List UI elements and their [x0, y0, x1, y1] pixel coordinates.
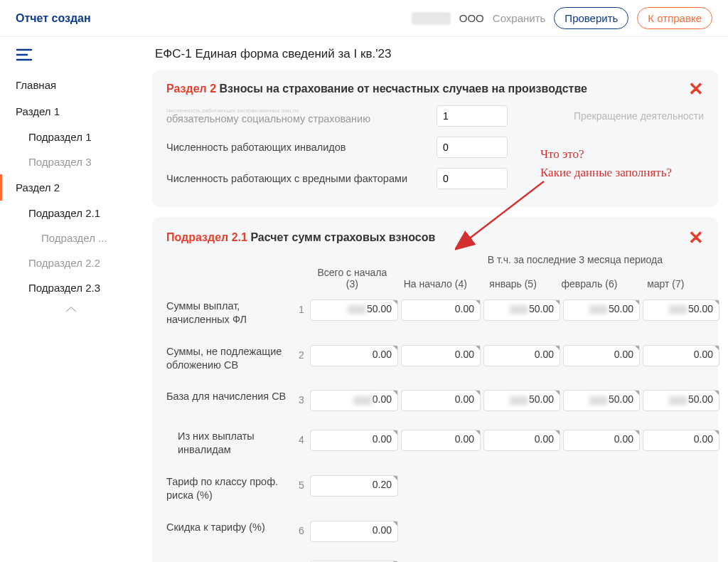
- row-number: 6: [294, 521, 309, 536]
- col-total: Всего с начала (3): [309, 267, 396, 290]
- amount-input[interactable]: 0.00: [643, 345, 719, 366]
- section-2-title: Раздел 2 Взносы на страхование от несчас…: [166, 83, 587, 95]
- amount-input[interactable]: 50.00: [643, 390, 719, 411]
- nav-sub-2-3[interactable]: Подраздел 2.3: [0, 275, 142, 300]
- months-subheader: В т.ч. за последние 3 месяца периода: [166, 254, 704, 265]
- nav-sub-2-2[interactable]: Подраздел 2.2: [0, 250, 142, 275]
- table-row: База для начисления СВ30.000.0050.0050.0…: [166, 384, 704, 424]
- nav-section-2[interactable]: Раздел 2: [0, 174, 142, 201]
- col-jan: январь (5): [475, 278, 551, 290]
- amount-input[interactable]: 0.00: [401, 299, 481, 321]
- subsection-2-1-card: Подраздел 2.1 Расчет сумм страховых взно…: [152, 217, 718, 562]
- amount-input[interactable]: 0.00: [310, 345, 398, 366]
- amount-input[interactable]: 0.20: [310, 475, 398, 497]
- insured-count-label: Численность работающих застрахованных ли…: [166, 107, 437, 124]
- amount-input[interactable]: 0.00: [401, 430, 481, 451]
- harmful-count-input[interactable]: [437, 168, 508, 189]
- org-type: ООО: [459, 12, 484, 24]
- row-label: Суммы, не подлежащие обложению СВ: [166, 345, 294, 372]
- disabled-count-label: Численность работающих инвалидов: [166, 142, 437, 153]
- nav-sub-2-1[interactable]: Подраздел 2.1: [0, 201, 142, 226]
- row-label: База для начисления СВ: [166, 390, 294, 403]
- main-content: ЕФС-1 Единая форма сведений за I кв.'23 …: [142, 37, 728, 562]
- org-name-blurred: [412, 12, 451, 25]
- row-number: 2: [294, 345, 309, 361]
- row-label: Тариф по классу проф. риска (%): [166, 475, 294, 502]
- table-row: Из них выплаты инвалидам40.000.000.000.0…: [166, 424, 704, 470]
- amount-input[interactable]: 0.00: [483, 345, 560, 366]
- cessation-option: Прекращение деятельности: [574, 110, 704, 122]
- header-title: Отчет создан: [16, 12, 91, 25]
- table-row: Надбавка к тарифу (%)70.00: [166, 555, 704, 562]
- amount-input[interactable]: 50.00: [563, 390, 640, 411]
- menu-toggle-icon[interactable]: [0, 43, 142, 72]
- save-link[interactable]: Сохранить: [493, 12, 546, 24]
- amount-input[interactable]: 0.00: [401, 345, 481, 366]
- check-button[interactable]: Проверить: [554, 7, 628, 29]
- harmful-count-label: Численность работающих с вредными фактор…: [166, 173, 437, 184]
- table-row: Суммы, не подлежащие обложению СВ20.000.…: [166, 339, 704, 385]
- amount-input[interactable]: 0.00: [310, 430, 398, 451]
- top-header: Отчет создан ООО Сохранить Проверить К о…: [0, 0, 728, 37]
- amount-input[interactable]: 0.00: [563, 345, 640, 366]
- row-label: Суммы выплат, начисленных ФЛ: [166, 299, 294, 327]
- row-number: 3: [294, 390, 309, 405]
- close-icon[interactable]: ✕: [688, 228, 704, 247]
- amount-input[interactable]: 50.00: [643, 299, 719, 321]
- row-number: 1: [294, 299, 309, 315]
- amount-input[interactable]: 0.00: [563, 430, 640, 451]
- amount-input[interactable]: 0.00: [310, 521, 398, 542]
- amount-input[interactable]: 50.00: [483, 299, 560, 321]
- table-header: Всего с начала (3) На начало (4) январь …: [166, 267, 704, 290]
- amount-input[interactable]: 50.00: [563, 299, 640, 321]
- amount-input[interactable]: 0.00: [310, 390, 398, 411]
- nav-sub-1[interactable]: Подраздел 1: [0, 124, 142, 149]
- row-number: 4: [294, 430, 309, 445]
- send-button[interactable]: К отправке: [637, 7, 712, 29]
- row-number: 5: [294, 475, 309, 491]
- nav-sub-3[interactable]: Подраздел 3: [0, 149, 142, 174]
- sidebar: Главная Раздел 1 Подраздел 1 Подраздел 3…: [0, 37, 142, 562]
- table-body: Суммы выплат, начисленных ФЛ150.000.0050…: [166, 294, 704, 562]
- amount-input[interactable]: 0.00: [483, 430, 560, 451]
- insured-count-input[interactable]: [437, 105, 508, 127]
- col-mar: март (7): [628, 278, 704, 290]
- row-label: Скидка к тарифу (%): [166, 521, 294, 534]
- col-feb: февраль (6): [551, 278, 627, 290]
- close-icon[interactable]: ✕: [688, 80, 704, 98]
- header-actions: ООО Сохранить Проверить К отправке: [412, 7, 712, 29]
- collapse-up-icon[interactable]: [0, 300, 142, 320]
- amount-input[interactable]: 50.00: [310, 299, 398, 321]
- col-start: На начало (4): [396, 278, 475, 290]
- amount-input[interactable]: 50.00: [483, 390, 560, 411]
- nav-section-1[interactable]: Раздел 1: [0, 98, 142, 124]
- section-2-card: Раздел 2 Взносы на страхование от несчас…: [152, 70, 718, 207]
- nav-main[interactable]: Главная: [0, 72, 142, 98]
- amount-input[interactable]: 0.00: [401, 390, 481, 411]
- row-label: Из них выплаты инвалидам: [166, 430, 294, 457]
- amount-input[interactable]: 0.00: [643, 430, 719, 451]
- document-title: ЕФС-1 Единая форма сведений за I кв.'23: [152, 43, 718, 70]
- table-row: Скидка к тарифу (%)60.00: [166, 515, 704, 555]
- table-row: Суммы выплат, начисленных ФЛ150.000.0050…: [166, 294, 704, 339]
- nav-sub-truncated[interactable]: Подраздел ...: [0, 226, 142, 250]
- table-row: Тариф по классу проф. риска (%)50.20: [166, 470, 704, 515]
- disabled-count-input[interactable]: [437, 137, 508, 158]
- subsection-2-1-title: Подраздел 2.1 Расчет сумм страховых взно…: [166, 231, 435, 244]
